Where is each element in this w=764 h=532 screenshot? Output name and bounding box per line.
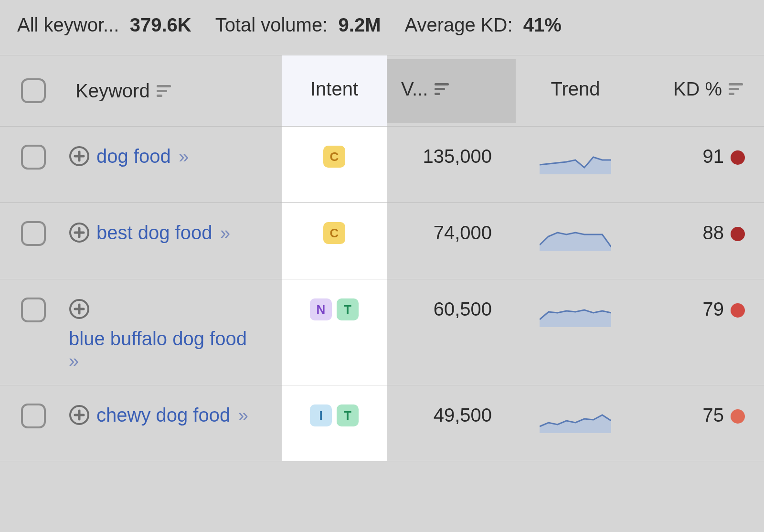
summary-total-volume: Total volume: 9.2M xyxy=(215,14,381,36)
sort-icon xyxy=(729,82,745,96)
trend-sparkline xyxy=(540,298,611,327)
sort-icon xyxy=(157,84,173,97)
svg-rect-1 xyxy=(157,90,167,92)
intent-badge[interactable]: C xyxy=(323,222,345,244)
column-header-kd-label: KD % xyxy=(673,78,722,100)
summary-total-volume-value: 9.2M xyxy=(339,14,381,35)
svg-rect-6 xyxy=(729,83,743,85)
kd-value: 88 xyxy=(703,222,724,244)
chevrons-icon[interactable]: » xyxy=(174,147,189,167)
summary-all-keywords-label: All keywor... xyxy=(17,14,119,35)
kd-difficulty-dot xyxy=(731,303,745,318)
intent-badge[interactable]: C xyxy=(323,146,345,168)
row-checkbox[interactable] xyxy=(21,404,46,428)
svg-rect-7 xyxy=(729,88,739,90)
summary-avg-kd-label: Average KD: xyxy=(404,14,512,35)
keywords-table: Keyword Intent V... Trend xyxy=(0,55,764,461)
svg-rect-3 xyxy=(435,83,449,85)
summary-avg-kd-value: 41% xyxy=(523,14,562,35)
svg-rect-4 xyxy=(435,88,445,90)
intent-badge[interactable]: I xyxy=(310,404,332,426)
column-header-keyword[interactable]: Keyword xyxy=(75,80,273,102)
chevrons-icon[interactable]: » xyxy=(233,405,248,426)
keyword-link[interactable]: dog food xyxy=(96,146,171,167)
intent-badge[interactable]: N xyxy=(310,298,332,320)
summary-bar: All keywor... 379.6K Total volume: 9.2M … xyxy=(0,0,764,55)
keyword-link[interactable]: chewy dog food xyxy=(96,404,230,426)
keyword-link[interactable]: best dog food xyxy=(96,222,212,243)
table-row: best dog food »C74,00088 xyxy=(0,202,764,279)
trend-sparkline xyxy=(540,222,611,251)
kd-value: 75 xyxy=(703,404,724,426)
kd-value: 79 xyxy=(703,298,724,320)
add-icon[interactable] xyxy=(69,222,90,243)
volume-value: 49,500 xyxy=(387,385,516,439)
svg-rect-5 xyxy=(435,93,440,95)
row-checkbox[interactable] xyxy=(21,221,46,246)
summary-total-volume-label: Total volume: xyxy=(215,14,328,35)
volume-value: 60,500 xyxy=(387,279,516,333)
row-checkbox[interactable] xyxy=(21,298,46,322)
summary-all-keywords-value: 379.6K xyxy=(130,14,191,35)
sort-icon xyxy=(435,82,451,96)
svg-rect-8 xyxy=(729,93,734,95)
summary-all-keywords: All keywor... 379.6K xyxy=(17,14,191,36)
kd-difficulty-dot xyxy=(731,409,745,424)
kd-difficulty-dot xyxy=(731,227,745,241)
intent-badge[interactable]: T xyxy=(337,298,359,320)
add-icon[interactable] xyxy=(69,298,90,319)
kd-value: 91 xyxy=(703,146,724,167)
svg-rect-2 xyxy=(157,95,162,97)
table-header-row: Keyword Intent V... Trend xyxy=(0,55,764,126)
add-icon[interactable] xyxy=(69,404,90,426)
volume-value: 135,000 xyxy=(387,127,516,181)
column-header-keyword-label: Keyword xyxy=(75,80,150,102)
chevrons-icon[interactable]: » xyxy=(215,223,230,243)
add-icon[interactable] xyxy=(69,146,90,167)
keyword-link[interactable]: blue buffalo dog food xyxy=(69,328,247,349)
column-header-trend[interactable]: Trend xyxy=(551,78,600,100)
row-checkbox[interactable] xyxy=(21,145,46,170)
summary-avg-kd: Average KD: 41% xyxy=(404,14,561,36)
column-header-trend-label: Trend xyxy=(551,78,600,100)
column-header-intent[interactable]: Intent xyxy=(310,78,358,100)
chevrons-icon[interactable]: » xyxy=(69,351,79,371)
volume-value: 74,000 xyxy=(387,203,516,257)
trend-sparkline xyxy=(540,146,611,174)
table-row: blue buffalo dog food »NT60,50079 xyxy=(0,279,764,385)
svg-rect-0 xyxy=(157,85,171,87)
table-row: dog food »C135,00091 xyxy=(0,126,764,202)
select-all-checkbox[interactable] xyxy=(21,78,46,103)
trend-sparkline xyxy=(540,404,611,433)
intent-badge[interactable]: T xyxy=(337,404,359,426)
kd-difficulty-dot xyxy=(731,150,745,165)
column-header-intent-label: Intent xyxy=(310,78,358,100)
column-header-volume-label: V... xyxy=(401,78,428,100)
column-header-volume[interactable]: V... xyxy=(401,78,492,100)
table-row: chewy dog food »IT49,50075 xyxy=(0,385,764,461)
column-header-kd[interactable]: KD % xyxy=(673,78,745,100)
